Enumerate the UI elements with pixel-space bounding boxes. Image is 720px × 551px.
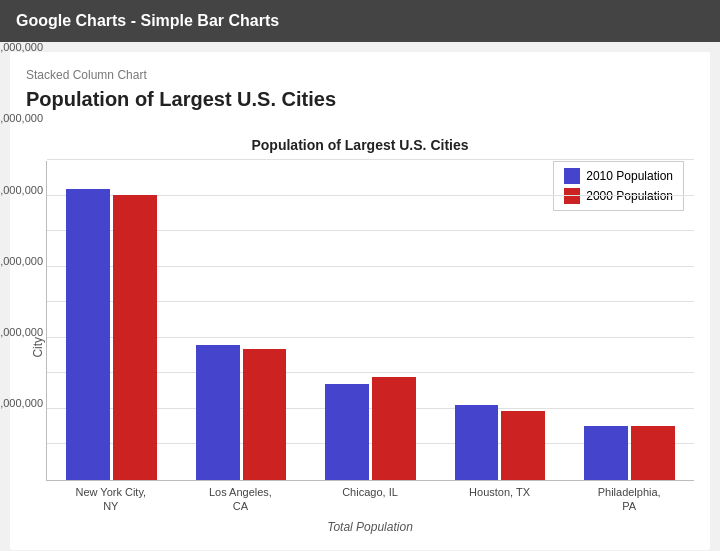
chart-container: Population of Largest U.S. Cities City 2…: [26, 127, 694, 534]
title-bar-label: Google Charts - Simple Bar Charts: [16, 12, 279, 29]
bar-2010: [66, 189, 110, 480]
bar-2010: [455, 405, 499, 480]
title-bar: Google Charts - Simple Bar Charts: [0, 0, 720, 42]
section-label: Stacked Column Chart: [26, 68, 694, 82]
chart-inner: 2010 Population2000 Population 1,000,000…: [46, 161, 694, 534]
bar-2010: [196, 345, 240, 480]
bar-2000: [631, 426, 675, 480]
chart-area: City 2010 Population2000 Population 1,00…: [26, 161, 694, 534]
bar-2000: [501, 411, 545, 480]
x-label: Philadelphia,PA: [564, 485, 694, 514]
x-label: Los Angeles,CA: [176, 485, 306, 514]
page-content: Stacked Column Chart Population of Large…: [10, 52, 710, 550]
bar-group: [455, 405, 546, 480]
bar-2010: [325, 384, 369, 480]
bar-group: [66, 189, 157, 480]
bar-group: [196, 345, 287, 480]
chart-grid: 1,000,0002,000,0003,000,0004,000,0005,00…: [46, 161, 694, 481]
x-label: Houston, TX: [435, 485, 565, 514]
bar-group: [584, 426, 675, 480]
bar-2000: [372, 377, 416, 480]
chart-heading: Population of Largest U.S. Cities: [26, 88, 694, 111]
chart-title: Population of Largest U.S. Cities: [26, 137, 694, 153]
bar-2000: [113, 195, 157, 480]
x-label: Chicago, IL: [305, 485, 435, 514]
bar-2000: [243, 349, 287, 480]
bar-2010: [584, 426, 628, 480]
y-axis-label: City: [26, 161, 46, 534]
bar-group: [325, 377, 416, 480]
x-labels: New York City,NYLos Angeles,CAChicago, I…: [46, 485, 694, 514]
bars-container: [47, 161, 694, 480]
x-label: New York City,NY: [46, 485, 176, 514]
x-axis-label: Total Population: [46, 520, 694, 534]
